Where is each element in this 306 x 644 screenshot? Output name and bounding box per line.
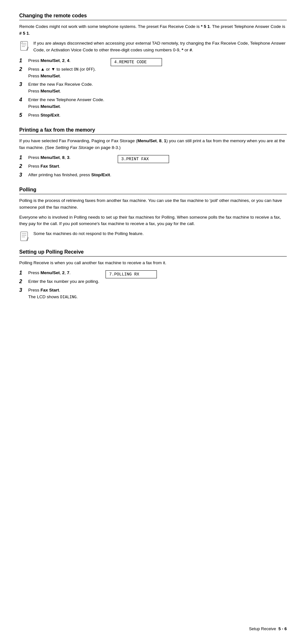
divider-1 — [19, 20, 287, 20]
steps-list-2: 1 Press Menu/Set, 8, 3. 2 Press Fax Star… — [19, 154, 111, 180]
divider-4 — [19, 256, 287, 257]
footer-label: Setup Receive — [249, 626, 276, 631]
note-text-1: If you are always disconnected when acce… — [33, 40, 287, 54]
divider-3 — [19, 194, 287, 194]
section-title-1: Changing the remote codes — [19, 13, 287, 19]
step-1-3: 3 Enter the new Fax Receive Code. Press … — [19, 81, 104, 95]
steps-container-1: 1 Press Menu/Set, 2, 4. 2 Press ▲ or ▼ t… — [19, 57, 287, 121]
svg-rect-5 — [21, 232, 28, 241]
step-2-1: 1 Press Menu/Set, 8, 3. — [19, 154, 111, 161]
steps-list-1: 1 Press Menu/Set, 2, 4. 2 Press ▲ or ▼ t… — [19, 57, 104, 121]
lcd-display-2: 3.PRINT FAX — [118, 155, 169, 163]
steps-container-2: 1 Press Menu/Set, 8, 3. 2 Press Fax Star… — [19, 154, 287, 180]
step-1-1: 1 Press Menu/Set, 2, 4. — [19, 57, 104, 64]
svg-point-4 — [21, 41, 22, 43]
section-title-4: Setting up Polling Receive — [19, 249, 287, 255]
section-polling: Polling Polling is the process of retrie… — [19, 187, 287, 243]
note-text-2: Some fax machines do not respond to the … — [33, 231, 287, 237]
body-text-3a: Polling is the process of retrieving fax… — [19, 197, 287, 211]
step-3-1: 1 Press Menu/Set, 2, 7. — [19, 270, 99, 276]
divider-2 — [19, 134, 287, 135]
section-title-3: Polling — [19, 187, 287, 193]
step-3-3: 3 Press Fax Start. The LCD shows DIALING… — [19, 287, 99, 300]
step-3-2: 2 Enter the fax number you are polling. — [19, 278, 99, 285]
step-2-3: 3 After printing has finished, press Sto… — [19, 172, 111, 178]
note-box-2: Some fax machines do not respond to the … — [19, 231, 287, 243]
step-1-4: 4 Enter the new Telephone Answer Code. P… — [19, 97, 104, 110]
lcd-display-1: 4.REMOTE CODE — [111, 58, 162, 66]
step-2-2: 2 Press Fax Start. — [19, 163, 111, 170]
note-icon-1 — [19, 41, 31, 52]
steps-list-3: 1 Press Menu/Set, 2, 7. 2 Enter the fax … — [19, 270, 99, 302]
section-polling-receive: Setting up Polling Receive Polling Recei… — [19, 249, 287, 302]
step-1-2: 2 Press ▲ or ▼ to select ON (or OFF). Pr… — [19, 66, 104, 80]
svg-rect-0 — [21, 41, 28, 50]
section-title-2: Printing a fax from the memory — [19, 127, 287, 133]
body-text-3b: Everyone who is involved in Polling need… — [19, 214, 287, 228]
note-icon-2 — [19, 231, 31, 243]
body-text-1: Remote Codes might not work with some te… — [19, 23, 287, 37]
step-1-5: 5 Press Stop/Exit. — [19, 112, 104, 119]
footer-page: 5 - 6 — [278, 626, 287, 631]
steps-container-3: 1 Press Menu/Set, 2, 7. 2 Enter the fax … — [19, 270, 287, 302]
page-footer: Setup Receive 5 - 6 — [249, 626, 287, 631]
note-box-1: If you are always disconnected when acce… — [19, 40, 287, 54]
section-printing-fax-memory: Printing a fax from the memory If you ha… — [19, 127, 287, 180]
section-changing-remote-codes: Changing the remote codes Remote Codes m… — [19, 13, 287, 121]
body-text-4: Polling Receive is when you call another… — [19, 260, 287, 266]
body-text-2: If you have selected Fax Forwarding, Pag… — [19, 138, 287, 151]
lcd-display-3: 7.POLLING RX — [106, 270, 157, 278]
